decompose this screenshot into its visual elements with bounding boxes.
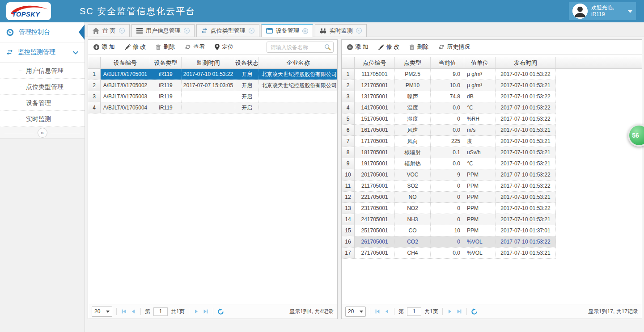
last-page-button[interactable] <box>203 308 209 315</box>
table-row[interactable]: 16261705001CO20%VOL2017-07-10 01:53:22 <box>342 236 556 248</box>
time-cell <box>182 102 235 113</box>
left_panel-tool-4[interactable]: 定位 <box>215 43 233 51</box>
sidebar-subitem-2[interactable]: 设备管理 <box>0 95 85 111</box>
table-row[interactable]: 12221705001NO0PPM2017-07-10 01:53:21 <box>342 192 556 203</box>
rownum-header[interactable] <box>88 57 101 68</box>
sidebar-subitem-1[interactable]: 点位类型管理 <box>0 79 85 95</box>
last-page-button[interactable] <box>456 308 462 315</box>
table-row[interactable]: 1A/BJLT/0/1705001iR1192017-07-10 01:53:2… <box>88 69 337 80</box>
table-row[interactable]: 1111705001PM2.59.0μ g/m³2017-07-10 01:53… <box>342 69 556 80</box>
page-input[interactable] <box>153 307 168 316</box>
left_panel-tool-0[interactable]: 添 加 <box>93 43 115 51</box>
column-header[interactable]: 企业名称 <box>259 57 337 68</box>
first-page-button[interactable] <box>121 308 127 315</box>
tab-4[interactable]: 实时监测× <box>315 24 367 37</box>
sidebar-item-console[interactable]: 管理控制台 <box>0 22 85 42</box>
search-icon[interactable] <box>324 44 333 50</box>
status-cell: 开启 <box>235 91 259 102</box>
table-row[interactable]: 8181705001核辐射0.1uSv/h2017-07-10 01:53:21 <box>342 147 556 158</box>
unit-cell: μ g/m³ <box>464 69 496 80</box>
next-page-button[interactable] <box>447 308 453 315</box>
unit-cell: ℃ <box>464 158 496 169</box>
left_panel-tool-2[interactable]: 删除 <box>156 43 175 51</box>
binoculars-icon <box>320 28 326 34</box>
right_panel-tool-1[interactable]: 修 改 <box>378 43 400 51</box>
num-cell: 14 <box>342 214 355 225</box>
unit-cell: PPM <box>464 181 496 191</box>
table-row[interactable]: 14241705001NH30PPM2017-07-10 01:53:21 <box>342 214 556 225</box>
column-header[interactable]: 设备类型 <box>150 57 182 68</box>
right_panel-tool-2[interactable]: 删除 <box>409 43 428 51</box>
refresh-icon <box>438 44 445 50</box>
sidebar-menu: 管理控制台 监控监测管理 用户信息管理点位类型管理设备管理实时监测 « <box>0 22 85 139</box>
table-row[interactable]: 17271705001CH40.0%VOL2017-07-10 01:53:21 <box>342 248 556 259</box>
value-cell: 0.0 <box>431 125 464 135</box>
next-page-button[interactable] <box>193 308 199 315</box>
column-header[interactable]: 点位编号 <box>355 57 395 68</box>
table-row[interactable]: 4A/BJLT/0/1705004iR119开启 <box>88 102 337 113</box>
table-row[interactable]: 15251705001CO10PPM2017-07-10 01:37:01 <box>342 225 556 236</box>
unit-cell: PPM <box>464 192 496 202</box>
sidebar-subitem-0[interactable]: 用户信息管理 <box>0 63 85 79</box>
table-row[interactable]: 3A/BJLT/0/1705003iR119开启 <box>88 91 337 102</box>
close-icon[interactable]: × <box>119 28 125 34</box>
left_panel-tool-3[interactable]: 查看 <box>185 43 205 51</box>
first-page-button[interactable] <box>374 308 381 315</box>
point_no-cell: 221705001 <box>355 192 395 202</box>
rownum-header[interactable] <box>342 57 355 68</box>
refresh-button[interactable] <box>217 308 224 315</box>
collapse-icon[interactable]: « <box>38 128 47 138</box>
table-row[interactable]: 4141705001温度0.0℃2017-07-10 01:53:22 <box>342 102 556 113</box>
active-module-pointer <box>79 25 85 40</box>
table-row[interactable]: 2A/BJLT/0/1705002iR1192017-07-07 15:03:0… <box>88 80 337 91</box>
close-icon[interactable]: × <box>356 28 362 34</box>
close-icon[interactable]: × <box>302 28 308 34</box>
refresh-button[interactable] <box>471 308 478 315</box>
pager-separator <box>442 308 443 315</box>
column-header[interactable]: 设备编号 <box>101 57 150 68</box>
sidebar-subitem-3[interactable]: 实时监测 <box>0 111 85 127</box>
table-row[interactable]: 3131705001噪声74.8dB2017-07-10 01:53:22 <box>342 91 556 102</box>
company-cell: 北京凌天世纪控股股份有限公司 <box>259 80 337 91</box>
table-row[interactable]: 10201705001VOC9PPM2017-07-10 01:53:22 <box>342 169 556 181</box>
user-menu[interactable]: 欢迎光临, iR119 <box>569 2 636 20</box>
left_panel-tool-1[interactable]: 修 改 <box>125 43 146 51</box>
search-input[interactable] <box>267 44 324 50</box>
table-row[interactable]: 13231705001NO20PPM2017-07-10 01:53:22 <box>342 203 556 214</box>
value-cell: 0 <box>431 236 464 247</box>
page-label-total: 共1页 <box>424 308 438 315</box>
sync-icon <box>201 28 208 34</box>
table-row[interactable]: 2121705001PM1010.0μ g/m³2017-07-10 01:53… <box>342 80 556 91</box>
point_no-cell: 211705001 <box>355 181 395 191</box>
prev-page-button[interactable] <box>384 308 390 315</box>
column-header[interactable]: 点类型 <box>395 57 431 68</box>
right_panel-tool-0[interactable]: 添 加 <box>347 43 369 51</box>
page-size-select[interactable]: 20 <box>345 307 366 317</box>
table-row[interactable]: 5151705001湿度0%RH2017-07-10 01:53:22 <box>342 113 556 125</box>
close-icon[interactable]: × <box>184 28 190 34</box>
right_panel-tool-3[interactable]: 历史情况 <box>438 43 470 51</box>
page-input[interactable] <box>407 307 421 316</box>
column-header[interactable]: 设备状态 <box>235 57 259 68</box>
time-cell: 2017-07-10 01:53:21 <box>496 125 556 135</box>
tab-3[interactable]: 设备管理× <box>261 24 313 37</box>
table-row[interactable]: 9191705001辐射热0.0℃2017-07-10 01:53:21 <box>342 158 556 169</box>
tab-2[interactable]: 点位类型管理× <box>196 24 259 37</box>
unit-cell: %VOL <box>464 236 496 247</box>
type-cell: PM2.5 <box>395 69 431 80</box>
table-row[interactable]: 11211705001SO20PPM2017-07-10 01:53:22 <box>342 181 556 192</box>
tab-1[interactable]: 用户信息管理× <box>131 24 195 37</box>
prev-page-button[interactable] <box>130 308 136 315</box>
column-header[interactable]: 发布时间 <box>496 57 556 68</box>
sidebar-item-monitor[interactable]: 监控监测管理 <box>0 42 85 63</box>
column-header[interactable]: 值单位 <box>464 57 496 68</box>
close-icon[interactable]: × <box>249 28 254 34</box>
page-size-select[interactable]: 20 <box>92 307 112 317</box>
table-row[interactable]: 7171705001风向225度2017-07-10 01:53:21 <box>342 136 556 147</box>
column-header[interactable]: 当前值 <box>431 57 464 68</box>
column-header[interactable]: 监测时间 <box>182 57 235 68</box>
value-cell: 9.0 <box>431 69 464 80</box>
table-row[interactable]: 6161705001风速0.0m/s2017-07-10 01:53:21 <box>342 125 556 136</box>
unit-cell: m/s <box>464 125 496 135</box>
tab-0[interactable]: 首 页× <box>88 24 130 37</box>
